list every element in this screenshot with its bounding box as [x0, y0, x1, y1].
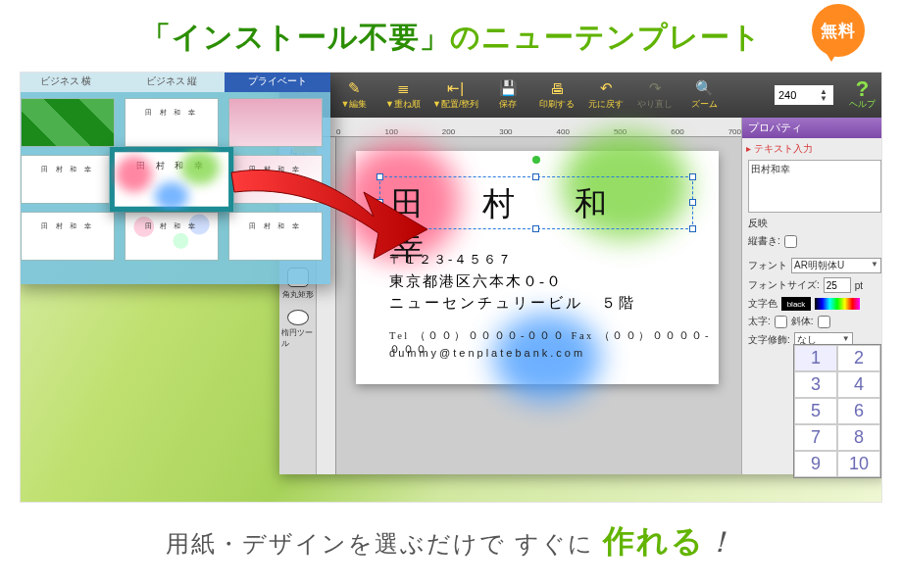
numpad-2[interactable]: 2 — [837, 345, 880, 371]
vertical-label: 縦書き: — [748, 234, 780, 248]
redo-button[interactable]: ↷やり直し — [635, 79, 675, 111]
help-icon: ? — [856, 80, 869, 98]
template-thumb-selected[interactable]: 田 村 和 幸 — [110, 147, 234, 212]
promo-stage: ール ≡メニュー ✎▼編集 ≣▼重ね順 ⇤|▼配置/整列 💾保存 🖶印刷する ↶… — [20, 72, 882, 503]
redo-icon: ↷ — [645, 79, 665, 97]
property-panel: プロパティ テキスト入力 田村和幸 反映 縦書き: フォントAR明朝体U フォン… — [741, 118, 882, 474]
template-thumb[interactable]: 田 村 和 幸 — [228, 155, 323, 204]
font-select[interactable]: AR明朝体U — [791, 258, 881, 273]
tab-private[interactable]: プライベート — [225, 72, 330, 92]
stepper-icon[interactable]: ▲▼ — [820, 88, 829, 102]
numpad-5[interactable]: 5 — [794, 398, 837, 424]
font-label: フォント — [748, 259, 787, 272]
canvas-area[interactable]: 0100200300400500600700 田 村 和 幸 〒１２３‐４５６７ — [317, 118, 741, 474]
handle-tr[interactable] — [689, 173, 696, 180]
card-postal[interactable]: 〒１２３‐４５６７ — [389, 251, 513, 269]
save-icon: 💾 — [498, 79, 518, 97]
template-picker: ビジネス 横 ビジネス 縦 プライベート 田 村 和 幸 田 村 和 幸 田 村… — [20, 72, 330, 284]
numpad-10[interactable]: 10 — [837, 451, 880, 477]
card-address-2[interactable]: ニューセンチュリービル ５階 — [389, 294, 636, 313]
template-thumb[interactable] — [21, 98, 115, 147]
stack-icon: ≣ — [393, 79, 413, 97]
zoom-input[interactable]: 240▲▼ — [775, 85, 833, 105]
text-input-area[interactable]: 田村和幸 — [748, 160, 881, 213]
decoration-label: 文字修飾: — [748, 333, 790, 347]
numpad-7[interactable]: 7 — [794, 424, 837, 451]
numpad-6[interactable]: 6 — [837, 398, 880, 424]
rotate-handle[interactable] — [532, 156, 540, 164]
vertical-checkbox[interactable] — [784, 235, 797, 248]
fontsize-input[interactable] — [824, 277, 851, 293]
property-panel-title: プロパティ — [742, 118, 882, 138]
handle-tl[interactable] — [376, 173, 383, 180]
editor-window: ール ≡メニュー ✎▼編集 ≣▼重ね順 ⇤|▼配置/整列 💾保存 🖶印刷する ↶… — [279, 73, 882, 474]
numpad-3[interactable]: 3 — [794, 371, 837, 398]
ruler-horizontal: 0100200300400500600700 — [317, 118, 741, 137]
numpad-9[interactable]: 9 — [794, 451, 837, 477]
footer-lead: 用紙・デザインを選ぶだけで すぐに — [166, 530, 594, 557]
picker-tabs: ビジネス 横 ビジネス 縦 プライベート — [20, 72, 330, 92]
edit-button[interactable]: ✎▼編集 — [334, 79, 374, 111]
template-thumb[interactable]: 田 村 和 幸 — [228, 212, 323, 261]
ellipse-icon — [287, 310, 309, 325]
business-card-artboard[interactable]: 田 村 和 幸 〒１２３‐４５６７ 東京都港区六本木０‐０ ニューセンチュリービ… — [356, 151, 719, 384]
template-thumb[interactable]: 田 村 和 幸 — [125, 212, 219, 261]
align-button[interactable]: ⇤|▼配置/整列 — [432, 79, 478, 111]
align-icon: ⇤| — [446, 79, 466, 97]
footer-emph: 作れる — [603, 523, 705, 559]
numpad-4[interactable]: 4 — [837, 371, 880, 398]
print-icon: 🖶 — [547, 79, 567, 97]
italic-checkbox[interactable] — [818, 316, 830, 328]
template-thumb[interactable] — [228, 98, 323, 147]
fontsize-label: フォントサイズ: — [748, 278, 820, 292]
template-thumb[interactable]: 田 村 和 幸 — [125, 98, 219, 147]
color-label: 文字色 — [748, 297, 777, 311]
free-badge: 無料 — [812, 4, 865, 57]
print-button[interactable]: 🖶印刷する — [537, 79, 576, 111]
headline-part2: ニューテンプレート — [481, 21, 762, 53]
help-button[interactable]: ?ヘルプ — [849, 80, 876, 111]
template-grid: 田 村 和 幸 田 村 和 幸 田 村 和 幸 田 村 和 幸 田 村 和 幸 … — [20, 92, 330, 267]
editor-body: 挿入 ▮▯▮バーコード 矩形ツール 角丸矩形 楕円ツール 01002003004… — [279, 118, 882, 474]
bold-label: 太字: — [748, 315, 771, 328]
handle-ml[interactable] — [376, 199, 383, 206]
undo-icon: ↶ — [596, 79, 616, 97]
numpad-8[interactable]: 8 — [837, 424, 880, 451]
number-pad: 12 34 56 78 910 — [793, 344, 881, 478]
ellipse-tool[interactable]: 楕円ツール — [281, 310, 315, 349]
footer-caption: 用紙・デザインを選ぶだけで すぐに 作れる！ — [0, 503, 902, 564]
reflect-label: 反映 — [748, 217, 768, 230]
pencil-icon: ✎ — [344, 79, 364, 97]
zorder-button[interactable]: ≣▼重ね順 — [383, 79, 423, 111]
headline-part1: 「インストール不要」 — [141, 21, 450, 53]
tab-business-h[interactable]: ビジネス 横 — [20, 72, 119, 92]
undo-button[interactable]: ↶元に戻す — [586, 79, 626, 111]
property-section: テキスト入力 — [742, 138, 882, 158]
template-thumb[interactable]: 田 村 和 幸 — [21, 155, 115, 204]
handle-bl[interactable] — [376, 225, 383, 232]
bold-checkbox[interactable] — [775, 316, 787, 328]
color-swatch[interactable]: black — [781, 297, 811, 311]
zoom-group: 240▲▼ ?ヘルプ — [775, 80, 881, 111]
card-email[interactable]: dummy@tenplatebank.com — [389, 347, 585, 359]
save-button[interactable]: 💾保存 — [488, 79, 527, 111]
footer-excl: ！ — [705, 525, 736, 558]
tab-business-v[interactable]: ビジネス 縦 — [119, 72, 225, 92]
card-address-1[interactable]: 東京都港区六本木０‐０ — [389, 272, 563, 291]
italic-label: 斜体: — [791, 315, 814, 328]
numpad-1[interactable]: 1 — [794, 345, 837, 371]
color-palette-icon[interactable] — [815, 298, 860, 310]
handle-tm[interactable] — [532, 173, 539, 180]
editor-toolbar: ≡メニュー ✎▼編集 ≣▼重ね順 ⇤|▼配置/整列 💾保存 🖶印刷する ↶元に戻… — [279, 73, 882, 118]
zoom-button[interactable]: 🔍ズーム — [684, 79, 724, 111]
zoom-icon: 🔍 — [694, 79, 714, 97]
template-thumb[interactable]: 田 村 和 幸 — [21, 212, 115, 261]
headline: 「インストール不要」のニューテンプレート 無料 — [0, 0, 902, 72]
headline-joiner: の — [450, 21, 481, 53]
